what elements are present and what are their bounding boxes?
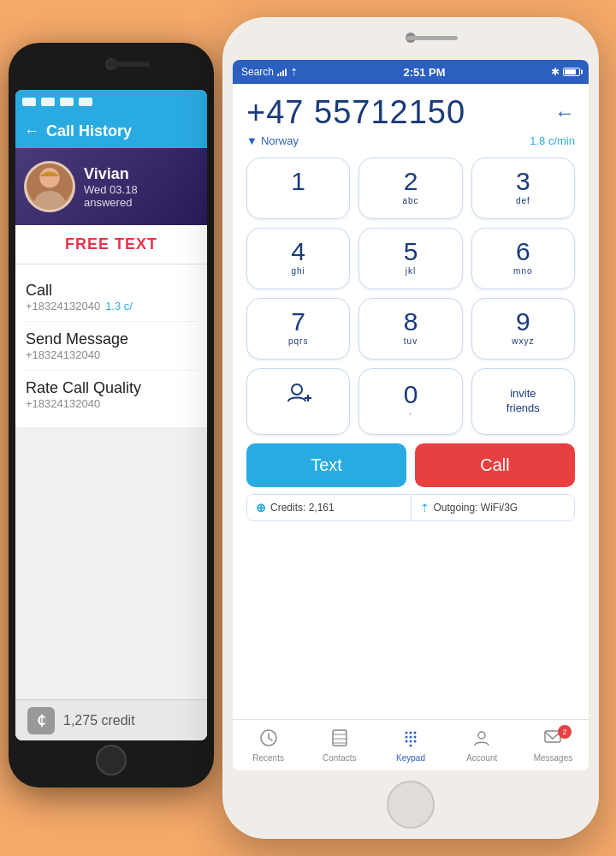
tab-contacts-label: Contacts: [323, 753, 356, 763]
call-rate: 1.8 c/min: [530, 134, 575, 147]
black-phone-home[interactable]: [96, 745, 127, 776]
white-phone-speaker: [406, 36, 458, 40]
wp-status-left: Search ⇡: [241, 66, 298, 78]
tab-messages[interactable]: 2 Messages: [518, 720, 589, 770]
svg-point-17: [406, 740, 408, 742]
location-label: Norway: [261, 134, 299, 147]
action-call-title: Call: [26, 282, 197, 300]
action-message-sub: +18324132040: [26, 348, 197, 361]
key-2[interactable]: 2 abc: [358, 158, 462, 219]
key-invite[interactable]: invitefriends: [471, 368, 575, 435]
wp-keypad: 1 2 abc 3 def 4 ghi 5 jkl: [246, 158, 575, 435]
key-5-num: 5: [404, 239, 418, 265]
tab-recents[interactable]: Recents: [233, 720, 304, 770]
wp-number-row: +47 55712150 ←: [246, 94, 575, 131]
credits-info: ⊕ Credits: 2,161: [247, 495, 412, 520]
battery-icon: [563, 68, 580, 76]
wp-statusbar: Search ⇡ 2:51 PM ✱: [233, 60, 589, 84]
key-7-num: 7: [291, 309, 305, 335]
messages-badge: 2: [558, 725, 572, 739]
key-6[interactable]: 6 mno: [471, 228, 575, 289]
key-7-letters: pqrs: [288, 336, 308, 348]
mail-icon: [22, 98, 36, 106]
wp-tabbar: Recents Contacts: [233, 719, 589, 770]
svg-point-12: [410, 731, 412, 734]
key-1[interactable]: 1: [246, 158, 350, 219]
tab-keypad[interactable]: Keypad: [375, 720, 446, 770]
add-contact-icon: [285, 379, 312, 410]
action-rate-quality[interactable]: Rate Call Quality +18324132040: [26, 371, 197, 419]
key-0-num: 0: [404, 382, 418, 407]
tab-messages-label: Messages: [534, 753, 573, 763]
contact-name: Vivian: [84, 165, 138, 183]
call-history-header: ← Call History: [15, 114, 207, 148]
key-0-letters: ·: [409, 409, 412, 421]
key-8[interactable]: 8 tuv: [358, 298, 462, 360]
contact-info: Vivian Wed 03.18 answered: [84, 165, 138, 209]
recents-icon: [259, 728, 278, 752]
back-button[interactable]: ←: [24, 122, 39, 140]
key-5-letters: jkl: [406, 266, 416, 278]
tab-account-label: Account: [466, 753, 497, 763]
account-icon: [472, 728, 491, 752]
keypad-icon: [401, 728, 420, 752]
credit-icon: ₵: [27, 707, 55, 734]
call-history-title: Call History: [46, 122, 132, 140]
wifi-icon: ⇡: [290, 67, 298, 78]
svg-point-14: [406, 735, 408, 738]
key-7[interactable]: 7 pqrs: [246, 298, 350, 360]
svg-point-19: [414, 740, 417, 742]
plus-icon: ⊕: [256, 501, 266, 514]
black-phone-statusbar: [15, 90, 207, 114]
text-button[interactable]: Text: [246, 443, 406, 487]
key-4[interactable]: 4 ghi: [246, 228, 350, 289]
key-8-num: 8: [404, 309, 418, 335]
key-0[interactable]: 0 ·: [358, 368, 462, 435]
key-8-letters: tuv: [404, 336, 418, 348]
wifi-status-icon: ⇡: [420, 502, 429, 514]
svg-point-11: [406, 731, 408, 734]
free-text-button[interactable]: FREE TEXT: [65, 235, 157, 253]
key-6-num: 6: [516, 239, 530, 265]
white-phone-screen: Search ⇡ 2:51 PM ✱ +47 55712150: [233, 60, 589, 770]
signal-icon: [277, 68, 287, 76]
wp-status-right: ✱: [551, 66, 580, 78]
call-button[interactable]: Call: [415, 443, 575, 487]
outgoing-label: Outgoing: WiFi/3G: [434, 502, 518, 514]
action-call[interactable]: Call +18324132040 1.3 c/: [26, 273, 197, 322]
key-5[interactable]: 5 jkl: [358, 228, 462, 289]
black-phone-screen: ← Call History Vivian Wed 03.18 answered…: [15, 90, 207, 740]
action-message-title: Send Message: [26, 330, 197, 348]
avatar: [24, 161, 75, 212]
action-call-price: 1.3 c/: [105, 300, 133, 312]
voicemail-icon: [79, 98, 92, 106]
download-icon: [60, 98, 74, 106]
tab-keypad-label: Keypad: [396, 753, 425, 763]
tab-account[interactable]: Account: [447, 720, 518, 770]
key-2-letters: abc: [402, 196, 418, 208]
key-2-num: 2: [404, 169, 418, 194]
dialed-number: +47 55712150: [246, 94, 465, 131]
action-rate-sub: +18324132040: [26, 397, 197, 410]
action-send-message[interactable]: Send Message +18324132040: [26, 322, 197, 371]
key-3-letters: def: [516, 196, 530, 208]
free-text-section: FREE TEXT: [15, 225, 207, 265]
wp-location[interactable]: ▼ Norway: [246, 134, 299, 147]
tab-contacts[interactable]: Contacts: [304, 720, 375, 770]
action-call-sub: +18324132040: [26, 300, 100, 312]
key-add-contact[interactable]: [246, 368, 350, 435]
backspace-button[interactable]: ←: [554, 101, 575, 125]
key-1-num: 1: [291, 169, 305, 194]
key-4-letters: ghi: [291, 266, 305, 278]
white-phone-home[interactable]: [387, 781, 435, 829]
svg-point-16: [414, 735, 417, 738]
key-9[interactable]: 9 wxyz: [471, 298, 575, 360]
action-list: Call +18324132040 1.3 c/ Send Message +1…: [15, 265, 207, 427]
svg-point-18: [410, 740, 412, 742]
image-icon: [41, 98, 55, 106]
key-3[interactable]: 3 def: [471, 158, 575, 219]
outgoing-info: ⇡ Outgoing: WiFi/3G: [412, 495, 575, 520]
key-4-num: 4: [291, 239, 305, 265]
wp-info-bar: ⊕ Credits: 2,161 ⇡ Outgoing: WiFi/3G: [246, 494, 575, 521]
black-phone-speaker: [107, 62, 150, 67]
